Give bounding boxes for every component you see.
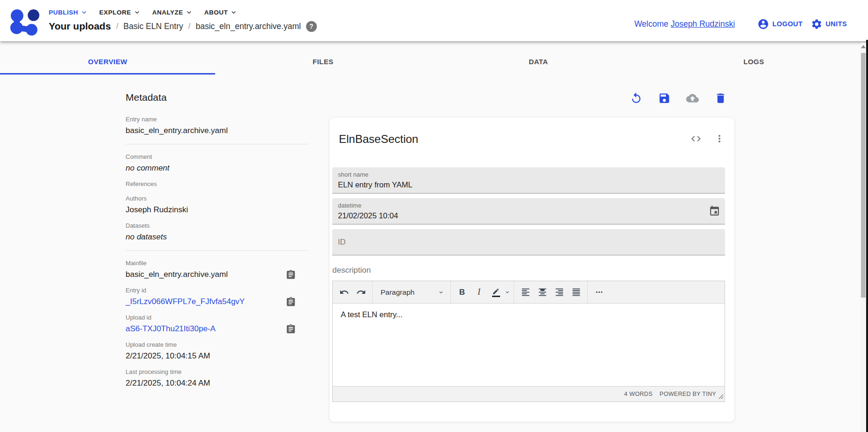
reload-button[interactable]: [630, 92, 643, 104]
word-count: 4 WORDS: [624, 391, 652, 397]
breadcrumb-upload[interactable]: Basic ELN Entry: [123, 22, 183, 31]
trash-icon: [714, 92, 727, 104]
text-color-split-button: [488, 284, 510, 300]
section-menu-button[interactable]: [714, 133, 725, 146]
tab-overview[interactable]: OVERVIEW: [0, 48, 216, 74]
divider: [126, 250, 308, 251]
align-left-button[interactable]: [517, 284, 533, 300]
meta-item-datasets: Datasets no datasets: [126, 222, 308, 243]
align-justify-icon: [571, 287, 581, 297]
tab-logs[interactable]: LOGS: [646, 48, 862, 74]
metadata-title: Metadata: [126, 92, 308, 103]
format-group: Paragraph: [373, 281, 451, 303]
meta-value: no datasets: [126, 231, 308, 243]
nav-analyze[interactable]: ANALYZE: [152, 8, 193, 16]
paragraph-format-select[interactable]: Paragraph: [376, 284, 447, 300]
short-name-input[interactable]: [338, 180, 689, 189]
meta-item-comment: Comment no comment: [126, 153, 308, 174]
redo-button[interactable]: [353, 284, 369, 300]
color-swatch: [492, 296, 500, 297]
metadata-panel: Metadata Entry name basic_eln_entry.arch…: [126, 92, 308, 395]
copy-mainfile-button[interactable]: [285, 269, 296, 280]
page-scrollbar[interactable]: [861, 43, 866, 432]
editor-statusbar: 4 WORDS POWERED BY TINY: [333, 386, 725, 402]
text-color-button[interactable]: [488, 284, 504, 300]
breadcrumb-entry: basic_eln_entry.archive.yaml: [196, 22, 301, 31]
scrollbar-thumb[interactable]: [861, 53, 866, 298]
undo-button[interactable]: [336, 284, 352, 300]
meta-label: Mainfile: [126, 259, 308, 268]
save-button[interactable]: [658, 92, 671, 104]
nav-analyze-label: ANALYZE: [152, 9, 183, 16]
upload-id-link[interactable]: aS6-TXJ0Thu21Iti30pe-A: [126, 323, 216, 335]
user-name-link[interactable]: Joseph Rudzinski: [671, 19, 735, 29]
active-tab-indicator: [0, 73, 215, 74]
section-title: ElnBaseSection: [339, 133, 418, 146]
nav-publish[interactable]: PUBLISH: [49, 8, 88, 16]
upload-button[interactable]: [686, 92, 699, 104]
clipboard-icon: [285, 324, 296, 335]
meta-item-entry-id: Entry id _I5rLzv066WFPL7e_FJfvfa54gvY: [126, 286, 308, 307]
logout-label: LOGOUT: [772, 20, 802, 28]
help-icon[interactable]: ?: [306, 21, 317, 32]
cloud-upload-icon: [686, 92, 699, 104]
meta-value: 2/21/2025, 10:04:24 AM: [126, 378, 308, 389]
breadcrumb: Your uploads / Basic ELN Entry / basic_e…: [49, 21, 317, 32]
editor-toolbar: Paragraph B I: [333, 281, 725, 304]
nav-explore-label: EXPLORE: [99, 9, 131, 16]
clipboard-icon: [285, 269, 296, 280]
copy-upload-id-button[interactable]: [285, 324, 296, 335]
id-input[interactable]: [338, 238, 689, 246]
scroll-up-icon[interactable]: [861, 45, 866, 48]
delete-button[interactable]: [714, 92, 727, 104]
breadcrumb-root[interactable]: Your uploads: [49, 21, 111, 32]
description-label: description: [332, 266, 725, 275]
tab-files[interactable]: FILES: [216, 48, 431, 74]
meta-item-authors: Authors Joseph Rudzinski: [126, 194, 308, 216]
meta-label: Datasets: [126, 222, 308, 230]
entry-tabs: OVERVIEW FILES DATA LOGS: [0, 48, 861, 74]
align-center-button[interactable]: [534, 284, 550, 300]
main-nav: PUBLISH EXPLORE ANALYZE ABOUT: [49, 8, 238, 16]
history-group: [333, 281, 373, 303]
entry-id-link[interactable]: _I5rLzv066WFPL7e_FJfvfa54gvY: [126, 296, 245, 307]
resize-grip-icon: [718, 394, 724, 399]
meta-label: Entry id: [126, 286, 308, 295]
editor-content[interactable]: A test ELN entry...: [333, 304, 725, 386]
nav-about[interactable]: ABOUT: [204, 8, 238, 16]
text-style-group: B I: [451, 281, 514, 303]
more-tools-button[interactable]: [591, 284, 607, 300]
italic-button[interactable]: I: [471, 284, 487, 300]
datetime-label: datetime: [338, 202, 719, 209]
short-name-field: short name: [332, 167, 725, 194]
tab-data[interactable]: DATA: [431, 48, 646, 74]
welcome-prefix: Welcome: [634, 19, 668, 29]
clipboard-icon: [285, 297, 296, 307]
chevron-down-icon: [185, 8, 193, 16]
code-view-button[interactable]: [690, 133, 702, 146]
meta-value: basic_eln_entry.archive.yaml: [126, 269, 228, 280]
short-name-label: short name: [338, 171, 719, 179]
align-right-button[interactable]: [551, 284, 567, 300]
align-justify-button[interactable]: [568, 284, 584, 300]
bold-button[interactable]: B: [454, 284, 470, 300]
text-color-menu-button[interactable]: [504, 284, 510, 300]
align-center-icon: [538, 287, 547, 297]
logout-button[interactable]: LOGOUT: [757, 18, 802, 30]
powered-by-tiny[interactable]: POWERED BY TINY: [659, 391, 716, 397]
datetime-input[interactable]: [338, 211, 689, 220]
meta-item-mainfile: Mainfile basic_eln_entry.archive.yaml: [126, 259, 308, 280]
format-select-value: Paragraph: [381, 288, 414, 297]
resize-grip[interactable]: [718, 394, 724, 401]
chevron-down-icon: [438, 289, 444, 296]
nav-explore[interactable]: EXPLORE: [99, 8, 141, 16]
copy-entry-id-button[interactable]: [285, 297, 296, 307]
open-calendar-button[interactable]: [709, 205, 720, 218]
units-button[interactable]: UNITS: [811, 18, 847, 30]
rich-text-editor: Paragraph B I: [332, 281, 725, 402]
meta-label: References: [126, 180, 308, 188]
breadcrumb-separator: /: [188, 22, 191, 31]
meta-value: basic_eln_entry.archive.yaml: [126, 125, 308, 136]
nomad-logo[interactable]: [10, 9, 40, 38]
account-icon: [757, 18, 769, 30]
